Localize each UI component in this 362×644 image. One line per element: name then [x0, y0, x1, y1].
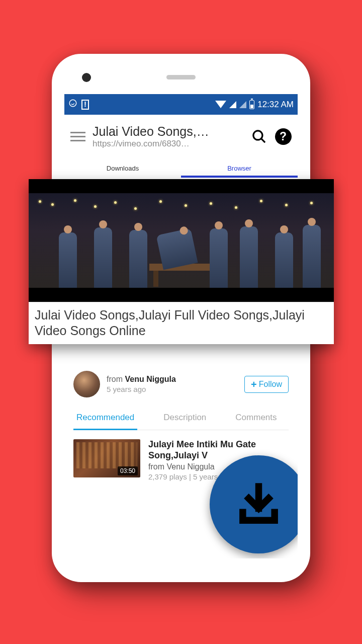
author-age: 5 years ago	[107, 385, 238, 393]
follow-label: Follow	[259, 380, 282, 389]
download-icon	[235, 480, 283, 528]
video-frame	[29, 193, 334, 288]
tab-recommended[interactable]: Recommended	[73, 408, 137, 430]
tab-browser[interactable]: Browser	[181, 158, 298, 178]
phone-speaker	[166, 75, 196, 79]
title-area: Julai Video Songs,… https://vimeo.com/68…	[93, 124, 243, 149]
front-camera-dot	[82, 73, 91, 82]
sub-tabs: Recommended Description Comments	[73, 408, 289, 430]
app-bar: Julai Video Songs,… https://vimeo.com/68…	[64, 115, 298, 158]
video-popout: Julai Video Songs,Julayi Full Video Song…	[29, 179, 334, 344]
battery-icon	[249, 100, 254, 109]
svg-line-2	[261, 138, 265, 142]
tab-description[interactable]: Description	[160, 408, 209, 430]
search-button[interactable]	[250, 128, 267, 145]
video-thumbnail: 03:50	[73, 439, 140, 477]
author-from-label: from	[107, 375, 125, 383]
help-icon: ?	[275, 128, 292, 145]
plus-icon: +	[251, 379, 257, 389]
author-row: from Venu Niggula 5 years ago + Follow	[64, 367, 298, 403]
popout-title-bar: Julai Video Songs,Julayi Full Video Song…	[29, 302, 334, 344]
page-url: https://vimeo.com/6830…	[93, 139, 243, 149]
page-title: Julai Video Songs,…	[93, 124, 243, 139]
tab-comments[interactable]: Comments	[232, 408, 280, 430]
status-left-icons	[68, 99, 89, 110]
follow-button[interactable]: + Follow	[244, 376, 289, 393]
main-tabs: Downloads Browser	[64, 158, 298, 178]
help-button[interactable]: ?	[275, 128, 292, 145]
svg-point-0	[69, 100, 76, 107]
signal-icon-2	[239, 101, 246, 108]
video-title: Julai Video Songs,Julayi Full Video Song…	[35, 307, 328, 338]
sim-alert-icon	[81, 100, 89, 110]
duration-badge: 03:50	[118, 466, 138, 475]
search-icon	[251, 129, 267, 144]
wifi-icon	[215, 101, 226, 108]
author-name[interactable]: Venu Niggula	[125, 375, 175, 383]
avatar[interactable]	[73, 371, 100, 397]
tab-downloads[interactable]: Downloads	[64, 158, 181, 178]
status-right-icons: 12:32 AM	[215, 100, 294, 110]
status-clock: 12:32 AM	[257, 100, 294, 110]
signal-icon-1	[229, 101, 236, 108]
whatsapp-icon	[68, 99, 77, 110]
video-player[interactable]	[29, 179, 334, 302]
menu-icon[interactable]	[70, 132, 85, 141]
android-status-bar: 12:32 AM	[64, 94, 298, 115]
svg-point-1	[253, 131, 262, 140]
author-text: from Venu Niggula 5 years ago	[107, 375, 238, 393]
